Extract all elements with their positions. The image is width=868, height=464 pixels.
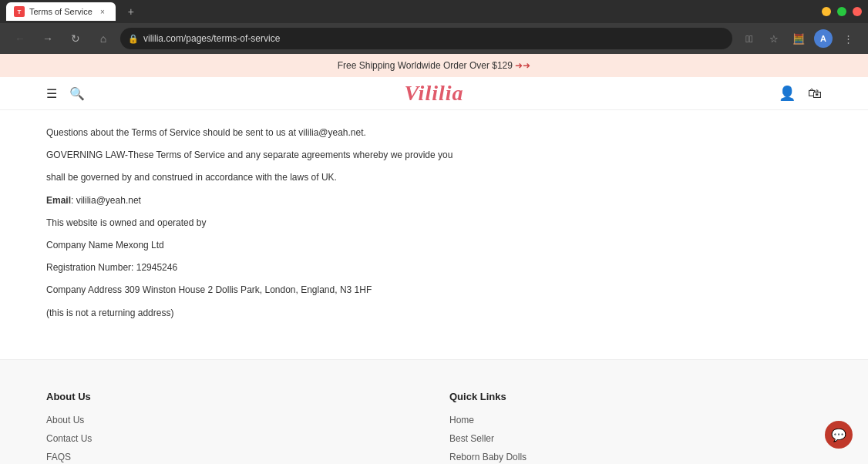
top-banner: Free Shipping Worldwide Order Over $129 … <box>0 54 868 77</box>
address-note: (this is not a returning address) <box>46 306 822 321</box>
address-bar[interactable] <box>143 33 725 44</box>
footer-link-faqs[interactable]: FAQS <box>46 452 419 462</box>
header-left: ☰ 🔍 <box>46 86 85 101</box>
footer-link-home[interactable]: Home <box>449 415 822 425</box>
tab-close-button[interactable]: × <box>97 6 108 17</box>
profile-button[interactable]: A <box>812 28 834 49</box>
site-header: ☰ 🔍 Vililia 👤 🛍 <box>0 77 868 110</box>
company-address: Company Address 309 Winston House 2 Doll… <box>46 283 822 298</box>
minimize-button[interactable]: – <box>822 7 831 16</box>
banner-text: Free Shipping Worldwide Order Over $129 <box>338 60 513 71</box>
page-wrapper: Free Shipping Worldwide Order Over $129 … <box>0 54 868 464</box>
bookmark-button[interactable]: ☆ <box>763 28 785 49</box>
restore-button[interactable]: ⬜ <box>837 7 846 16</box>
header-right: 👤 🛍 <box>779 85 822 102</box>
footer-link-best-seller[interactable]: Best Seller <box>449 433 822 444</box>
footer-grid: About Us About Us Contact Us FAQS Shippi… <box>46 391 822 464</box>
content-line2: GOVERNING LAW-These Terms of Service and… <box>46 148 822 163</box>
footer-link-contact-us[interactable]: Contact Us <box>46 433 419 444</box>
tab-favicon: T <box>14 6 25 17</box>
menu-button[interactable]: ⋮ <box>837 28 859 49</box>
browser-tab[interactable]: T Terms of Service × <box>6 2 116 21</box>
main-content: Questions about the Terms of Service sho… <box>0 110 868 359</box>
footer-link-about-us[interactable]: About Us <box>46 415 419 425</box>
chat-widget[interactable]: 💬 <box>825 421 853 449</box>
content-line3: shall be governed by and construed in ac… <box>46 170 822 185</box>
browser-titlebar: T Terms of Service × + – ⬜ × <box>0 0 868 23</box>
address-bar-container: 🔒 <box>120 28 732 49</box>
forward-button[interactable]: → <box>37 28 59 49</box>
profile-avatar: A <box>814 29 833 48</box>
email-label: Email <box>46 195 71 206</box>
content-email: Email: vililia@yeah.net <box>46 193 822 208</box>
footer-quick-links: Quick Links Home Best Seller Reborn Baby… <box>449 391 822 464</box>
lock-icon: 🔒 <box>128 34 139 44</box>
reg-number: Registration Number: 12945246 <box>46 261 822 275</box>
eye-off-button[interactable]: 👁̸ <box>738 28 760 49</box>
site-footer: About Us About Us Contact Us FAQS Shippi… <box>0 359 868 464</box>
account-icon[interactable]: 👤 <box>779 85 796 102</box>
browser-toolbar: ← → ↻ ⌂ 🔒 👁̸ ☆ 🧮 A ⋮ <box>0 23 868 54</box>
tab-title: Terms of Service <box>29 7 93 16</box>
about-us-title: About Us <box>46 391 419 402</box>
extensions-button[interactable]: 🧮 <box>788 28 809 49</box>
content-line1: Questions about the Terms of Service sho… <box>46 126 822 140</box>
toolbar-actions: 👁̸ ☆ 🧮 A ⋮ <box>738 28 859 49</box>
footer-link-reborn-baby[interactable]: Reborn Baby Dolls <box>449 452 822 462</box>
new-tab-button[interactable]: + <box>122 2 140 21</box>
cart-icon[interactable]: 🛍 <box>808 86 822 102</box>
refresh-button[interactable]: ↻ <box>65 28 86 49</box>
back-button[interactable]: ← <box>9 28 31 49</box>
quick-links-title: Quick Links <box>449 391 822 402</box>
search-icon[interactable]: 🔍 <box>69 86 85 101</box>
site-logo[interactable]: Vililia <box>404 81 463 106</box>
email-value: : vililia@yeah.net <box>71 195 141 206</box>
window-controls: – ⬜ × <box>822 7 862 16</box>
home-button[interactable]: ⌂ <box>93 28 114 49</box>
banner-arrows: ➜➜ <box>515 60 530 71</box>
chat-icon: 💬 <box>831 428 846 442</box>
company-name: Company Name Mexong Ltd <box>46 238 822 253</box>
hamburger-icon[interactable]: ☰ <box>46 86 57 101</box>
footer-about-us: About Us About Us Contact Us FAQS Shippi… <box>46 391 419 464</box>
content-line5: This website is owned and operated by <box>46 216 822 230</box>
close-button[interactable]: × <box>853 7 862 16</box>
